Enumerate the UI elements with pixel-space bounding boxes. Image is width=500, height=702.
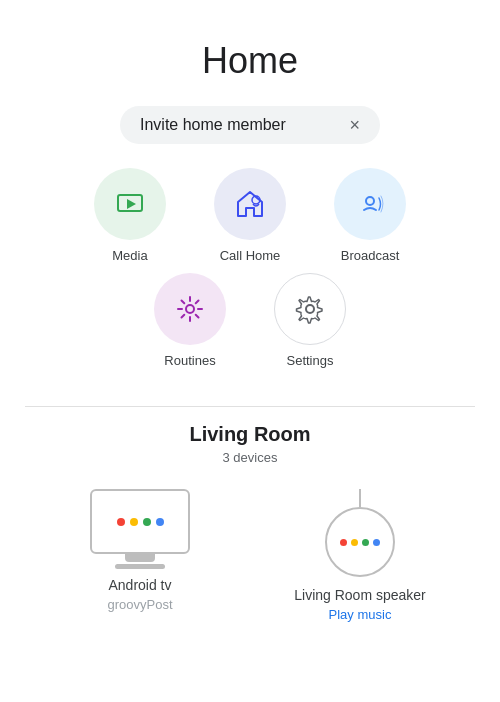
quick-actions: Media Call Home: [0, 168, 500, 378]
svg-point-13: [306, 305, 314, 313]
svg-line-11: [196, 301, 199, 304]
page-title: Home: [0, 40, 500, 82]
action-routines[interactable]: Routines: [145, 273, 235, 368]
svg-point-4: [186, 305, 194, 313]
page: Home Invite home member × Media: [0, 0, 500, 622]
media-circle: [94, 168, 166, 240]
svg-marker-1: [127, 199, 136, 209]
broadcast-icon: [354, 188, 386, 220]
room-title: Living Room: [189, 423, 310, 446]
invite-search-bar[interactable]: Invite home member ×: [120, 106, 380, 144]
actions-row-1: Media Call Home: [85, 168, 415, 263]
page-header: Home: [0, 0, 500, 98]
device-living-room-speaker: Living Room speaker Play music: [270, 489, 450, 622]
devices-row: Android tv groovyPost Liv: [20, 489, 480, 622]
action-media[interactable]: Media: [85, 168, 175, 263]
speaker-dot-yellow: [351, 539, 358, 546]
action-settings[interactable]: Settings: [265, 273, 355, 368]
speaker-dot-red: [340, 539, 347, 546]
speaker-play-music[interactable]: Play music: [329, 607, 392, 622]
broadcast-circle: [334, 168, 406, 240]
tv-stand: [125, 554, 155, 562]
call-home-icon: [234, 188, 266, 220]
close-icon[interactable]: ×: [349, 116, 360, 134]
tv-screen: [90, 489, 190, 554]
tv-dot-red: [117, 518, 125, 526]
tv-dot-yellow: [130, 518, 138, 526]
call-home-label: Call Home: [220, 248, 281, 263]
room-section: Living Room 3 devices: [0, 423, 500, 622]
settings-label: Settings: [287, 353, 334, 368]
settings-icon: [294, 293, 326, 325]
routines-circle: [154, 273, 226, 345]
actions-row-2: Routines Settings: [145, 273, 355, 368]
speaker-dots: [340, 539, 380, 546]
call-home-circle: [214, 168, 286, 240]
action-call-home[interactable]: Call Home: [205, 168, 295, 263]
action-broadcast[interactable]: Broadcast: [325, 168, 415, 263]
device-android-tv: Android tv groovyPost: [50, 489, 230, 622]
tv-dots: [117, 518, 164, 526]
android-tv-brand: groovyPost: [107, 597, 172, 612]
media-label: Media: [112, 248, 147, 263]
speaker-body: [325, 507, 395, 577]
tv-base: [115, 564, 165, 569]
speaker-name: Living Room speaker: [294, 587, 426, 603]
routines-icon: [173, 292, 207, 326]
settings-circle: [274, 273, 346, 345]
tv-illustration: [80, 489, 200, 569]
svg-point-3: [366, 197, 374, 205]
media-icon: [114, 188, 146, 220]
speaker-dot-blue: [373, 539, 380, 546]
speaker-dot-green: [362, 539, 369, 546]
speaker-illustration: [310, 489, 410, 579]
android-tv-name: Android tv: [108, 577, 171, 593]
speaker-wire: [359, 489, 361, 507]
tv-dot-green: [143, 518, 151, 526]
svg-line-9: [182, 301, 185, 304]
svg-line-12: [182, 315, 185, 318]
routines-label: Routines: [164, 353, 215, 368]
section-divider: [25, 406, 475, 407]
broadcast-label: Broadcast: [341, 248, 400, 263]
svg-line-10: [196, 315, 199, 318]
invite-text: Invite home member: [140, 116, 286, 134]
device-count: 3 devices: [223, 450, 278, 465]
tv-dot-blue: [156, 518, 164, 526]
